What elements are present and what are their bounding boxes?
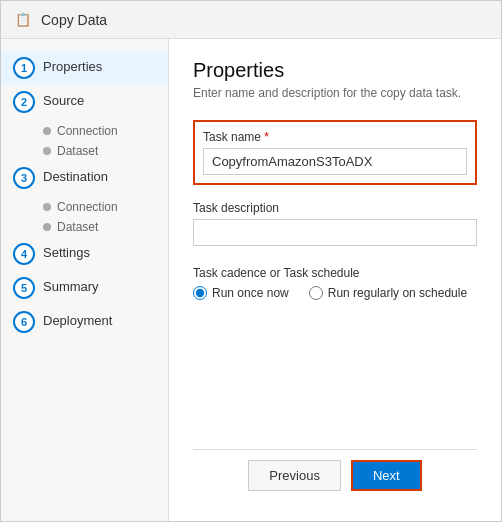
task-name-group: Task name * (203, 130, 467, 175)
source-connection-dot (43, 127, 51, 135)
sidebar-label-summary: Summary (43, 277, 99, 294)
app-header: 📋 Copy Data (1, 1, 501, 39)
destination-sub-items: Connection Dataset (1, 197, 168, 237)
main-layout: 1 Properties 2 Source Connection Dataset… (1, 39, 501, 521)
next-button[interactable]: Next (351, 460, 422, 491)
task-description-group: Task description (193, 201, 477, 246)
app-title: Copy Data (41, 12, 107, 28)
step-circle-properties: 1 (13, 57, 35, 79)
radio-run-regularly-label: Run regularly on schedule (328, 286, 467, 300)
source-connection-label: Connection (57, 124, 118, 138)
footer: Previous Next (193, 449, 477, 501)
sidebar-label-deployment: Deployment (43, 311, 112, 328)
radio-run-once[interactable]: Run once now (193, 286, 289, 300)
destination-dataset-label: Dataset (57, 220, 98, 234)
task-description-label: Task description (193, 201, 477, 215)
sidebar-item-deployment[interactable]: 6 Deployment (1, 305, 168, 339)
step-circle-settings: 4 (13, 243, 35, 265)
sidebar-item-summary[interactable]: 5 Summary (1, 271, 168, 305)
task-cadence-label: Task cadence or Task schedule (193, 266, 477, 280)
sidebar-item-properties[interactable]: 1 Properties (1, 51, 168, 85)
destination-connection-label: Connection (57, 200, 118, 214)
destination-dataset-dot (43, 223, 51, 231)
sidebar-item-destination[interactable]: 3 Destination (1, 161, 168, 195)
radio-run-regularly-input[interactable] (309, 286, 323, 300)
radio-options: Run once now Run regularly on schedule (193, 286, 477, 300)
sidebar-label-settings: Settings (43, 243, 90, 260)
task-name-input[interactable] (203, 148, 467, 175)
radio-run-once-input[interactable] (193, 286, 207, 300)
step-circle-deployment: 6 (13, 311, 35, 333)
radio-run-regularly[interactable]: Run regularly on schedule (309, 286, 467, 300)
task-name-label: Task name * (203, 130, 467, 144)
destination-connection-dot (43, 203, 51, 211)
task-cadence-group: Task cadence or Task schedule Run once n… (193, 266, 477, 300)
source-dataset-dot (43, 147, 51, 155)
destination-connection-item[interactable]: Connection (43, 197, 168, 217)
required-star: * (261, 130, 269, 144)
source-dataset-label: Dataset (57, 144, 98, 158)
sidebar-item-source[interactable]: 2 Source (1, 85, 168, 119)
source-connection-item[interactable]: Connection (43, 121, 168, 141)
copy-data-icon: 📋 (13, 10, 33, 30)
sidebar-label-properties: Properties (43, 57, 102, 74)
content-panel: Properties Enter name and description fo… (169, 39, 501, 521)
task-description-input[interactable] (193, 219, 477, 246)
destination-dataset-item[interactable]: Dataset (43, 217, 168, 237)
sidebar-item-settings[interactable]: 4 Settings (1, 237, 168, 271)
page-title: Properties (193, 59, 477, 82)
sidebar: 1 Properties 2 Source Connection Dataset… (1, 39, 169, 521)
step-circle-summary: 5 (13, 277, 35, 299)
page-subtitle: Enter name and description for the copy … (193, 86, 477, 100)
sidebar-label-destination: Destination (43, 167, 108, 184)
previous-button[interactable]: Previous (248, 460, 341, 491)
radio-run-once-label: Run once now (212, 286, 289, 300)
step-circle-destination: 3 (13, 167, 35, 189)
task-name-wrapper: Task name * (193, 120, 477, 185)
source-sub-items: Connection Dataset (1, 121, 168, 161)
sidebar-label-source: Source (43, 91, 84, 108)
step-circle-source: 2 (13, 91, 35, 113)
source-dataset-item[interactable]: Dataset (43, 141, 168, 161)
